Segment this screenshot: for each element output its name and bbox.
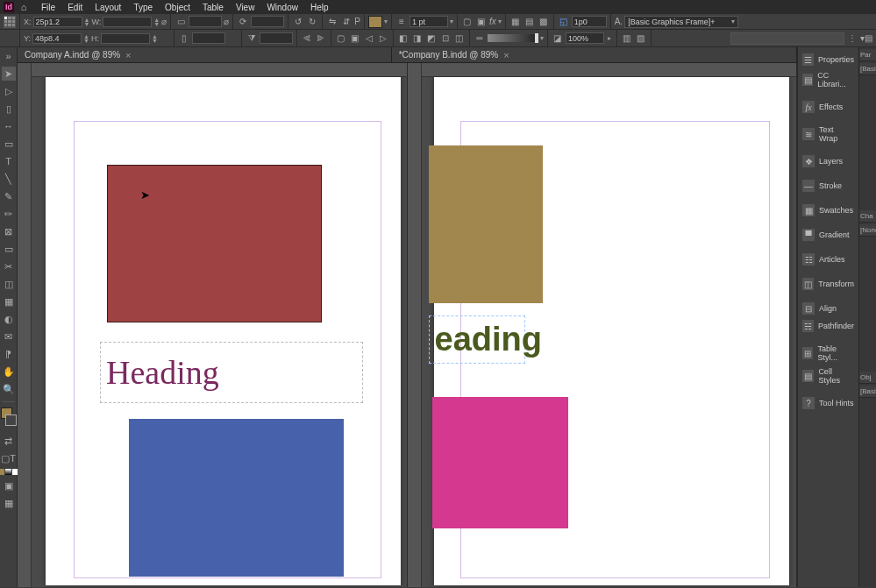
home-icon[interactable]: ⌂ [18, 1, 30, 13]
eyedropper-tool-icon[interactable]: ⁋ [2, 347, 16, 361]
ruler-vertical[interactable] [408, 63, 422, 587]
corner-size-input[interactable] [572, 16, 607, 27]
flip-h-icon[interactable]: ⇋ [326, 16, 338, 28]
rect-b-tan[interactable] [429, 145, 543, 303]
hand-tool-icon[interactable]: ✋ [2, 365, 16, 379]
fill-stroke-swatch[interactable] [1, 407, 17, 430]
select-next-icon[interactable]: ▷ [377, 32, 389, 45]
opacity-dropdown-icon[interactable]: ▸ [606, 33, 613, 44]
fit-content-icon[interactable]: ◨ [411, 32, 424, 45]
note-tool-icon[interactable]: ✉ [2, 329, 16, 344]
menu-view[interactable]: View [230, 3, 261, 12]
page-b[interactable]: eading [434, 77, 789, 585]
h-input[interactable] [101, 33, 150, 44]
stroke-weight-dropdown-icon[interactable]: ▾ [450, 18, 453, 25]
gradient-swatch-tool-icon[interactable]: ▦ [2, 294, 16, 308]
rect-a-blue[interactable] [129, 419, 344, 577]
fx-icon[interactable]: fx [489, 17, 496, 26]
formatting-container-icon[interactable]: ▢T [2, 451, 16, 465]
menu-dropdown-icon[interactable]: ⋮ [846, 32, 858, 45]
apply-gradient-icon[interactable] [5, 469, 11, 475]
doc-a-view[interactable]: Heading ➤ [18, 63, 408, 587]
autofit-icon[interactable]: ◫ [453, 32, 466, 45]
app-icon[interactable]: Id [4, 2, 14, 12]
view-mode-normal-icon[interactable]: ▣ [2, 478, 16, 492]
panel-swatches[interactable]: ▦Swatches [798, 202, 858, 219]
doc-tab-b[interactable]: *Company B.indd @ 89% × [392, 47, 797, 62]
rotate-icon[interactable]: ⟳ [237, 16, 249, 28]
panel-articles[interactable]: ☷Articles [798, 251, 858, 268]
align-r-icon[interactable]: ⫸ [315, 32, 327, 45]
effects-icon[interactable]: ▢ [461, 16, 474, 28]
select-prev-icon[interactable]: ◁ [363, 32, 375, 45]
close-icon[interactable]: × [503, 50, 509, 60]
menu-type[interactable]: Type [127, 3, 159, 12]
x-input[interactable] [33, 17, 82, 27]
pen-tool-icon[interactable]: ✎ [2, 189, 16, 203]
stroke-slider[interactable] [488, 34, 538, 42]
x-spinner[interactable]: ▲▼ [84, 18, 90, 26]
fx-dropdown-icon[interactable]: ▾ [498, 18, 502, 25]
textwrap-none-icon[interactable]: ▦ [509, 16, 522, 28]
stroke-slider-dropdown-icon[interactable]: ▾ [540, 34, 544, 42]
align-l-icon[interactable]: ⫷ [301, 32, 313, 45]
textwrap-bounding-icon[interactable]: ▤ [523, 16, 536, 28]
panel-effects[interactable]: fxEffects [798, 98, 858, 116]
fill-dropdown-icon[interactable]: ▾ [384, 18, 388, 25]
corner-type-icon[interactable]: ◱ [558, 16, 570, 28]
menu-help[interactable]: Help [304, 3, 335, 12]
panel-align[interactable]: ⊟Align [798, 300, 858, 317]
rotate-input[interactable] [251, 16, 284, 27]
close-icon[interactable]: × [125, 50, 131, 60]
chip-paragraph-styles[interactable]: Par [859, 49, 876, 61]
textwrap-next-icon[interactable]: ▨ [635, 32, 647, 45]
panel-cc-libraries[interactable]: ▤CC Librari... [798, 68, 858, 91]
kebab-icon[interactable]: ▾▤ [860, 32, 872, 45]
ruler-horizontal[interactable] [32, 63, 407, 77]
y-spinner[interactable]: ▲▼ [83, 34, 89, 43]
shear-input[interactable] [260, 32, 293, 44]
chip-obj-styles[interactable]: Obj [859, 372, 876, 384]
ruler-horizontal[interactable] [422, 63, 797, 77]
fill-frame-icon[interactable]: ◧ [397, 32, 410, 45]
panel-text-wrap[interactable]: ≋Text Wrap [798, 123, 858, 145]
rectangle-frame-icon[interactable]: ⊠ [2, 224, 16, 238]
scale-y-icon[interactable]: ▯ [178, 32, 190, 45]
menu-file[interactable]: File [35, 3, 61, 12]
chip-basic-paragraph[interactable]: [Basic P [859, 63, 876, 75]
stroke-color-icon[interactable] [5, 414, 17, 426]
fit-frame-icon[interactable]: ◩ [425, 32, 438, 45]
w-spinner[interactable]: ▲▼ [153, 18, 160, 26]
object-style-dropdown[interactable]: [Basic Graphics Frame]+ ▾ [624, 16, 738, 28]
constrain-wh-icon[interactable]: ⌀ [161, 17, 167, 26]
w-input[interactable] [103, 17, 152, 27]
doc-tab-a[interactable]: Company A.indd @ 89% × [18, 47, 392, 62]
rotate-cw-icon[interactable]: ↻ [306, 16, 318, 28]
chip-none[interactable]: [None] [859, 224, 876, 237]
constrain-scale-icon[interactable]: ⌀ [224, 17, 229, 26]
select-container-icon[interactable]: ▢ [335, 32, 347, 45]
scale-x-icon[interactable]: ▭ [174, 16, 187, 28]
scale-x-input[interactable] [189, 16, 222, 27]
rotate-ccw-icon[interactable]: ↺ [292, 16, 304, 28]
page-a[interactable]: Heading ➤ [46, 77, 401, 585]
rect-a-red[interactable] [107, 165, 322, 322]
collapse-arrow-icon[interactable]: » [2, 49, 16, 63]
menu-object[interactable]: Object [159, 3, 196, 12]
stroke-weight-input[interactable] [410, 16, 448, 27]
gap-tool-icon[interactable]: ↔ [2, 119, 16, 133]
type-tool-icon[interactable]: T [2, 154, 16, 168]
fill-swatch[interactable] [368, 16, 382, 28]
drop-shadow-icon[interactable]: ▣ [475, 16, 488, 28]
reference-point-grid[interactable] [4, 16, 16, 28]
y-input[interactable] [32, 33, 82, 44]
menu-edit[interactable]: Edit [61, 3, 89, 12]
page-tool-icon[interactable]: ▯ [2, 102, 16, 116]
quick-apply-box[interactable] [730, 32, 844, 45]
panel-layers[interactable]: ❖Layers [798, 152, 858, 170]
textwrap-jump-icon[interactable]: ▥ [621, 32, 633, 45]
selection-tool-icon[interactable]: ➤ [2, 67, 16, 81]
panel-gradient[interactable]: ▀Gradient [798, 226, 858, 244]
menu-table[interactable]: Table [196, 3, 230, 12]
panel-transform[interactable]: ◫Transform [798, 275, 858, 293]
